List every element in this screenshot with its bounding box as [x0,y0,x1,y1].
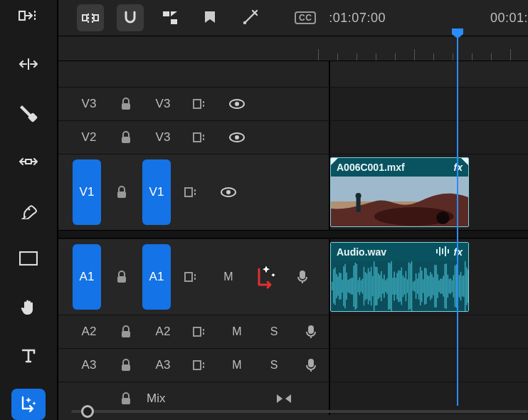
sync-lock-toggle[interactable] [184,132,216,142]
mix-track-label: Mix [147,392,189,406]
track-target-a2[interactable]: A2 [147,325,179,339]
svg-rect-128 [437,274,438,298]
snap-toggle[interactable] [117,4,144,31]
svg-rect-112 [414,280,416,291]
track-target-v2[interactable]: V3 [147,130,179,145]
sync-lock-toggle[interactable] [184,99,216,109]
solo-toggle[interactable]: S [258,359,290,372]
lock-toggle[interactable] [110,131,142,144]
voiceover-record[interactable] [286,270,319,284]
sync-lock-toggle[interactable] [175,272,208,282]
svg-rect-72 [357,264,358,309]
video-clip[interactable]: A006C001.mxf fx [330,157,469,227]
svg-rect-130 [440,278,441,293]
svg-rect-20 [122,103,130,110]
svg-rect-148 [466,267,468,305]
lock-toggle[interactable] [105,186,138,199]
clip-name: Audio.wav [337,246,386,258]
svg-rect-62 [342,280,343,293]
svg-rect-103 [401,268,403,305]
pen-tool[interactable] [11,194,46,226]
svg-rect-47 [194,278,196,280]
sync-lock-toggle[interactable] [184,327,216,337]
track-output-toggle[interactable] [221,132,253,142]
insert-overwrite-toggle[interactable] [77,4,104,31]
lock-toggle[interactable] [110,325,142,338]
linked-selection-toggle[interactable] [157,4,184,31]
source-patch-a1[interactable]: A1 [73,244,101,309]
svg-rect-82 [371,267,372,306]
source-patch-v3[interactable]: V3 [73,97,105,111]
svg-rect-29 [203,138,204,140]
playhead[interactable] [457,36,458,406]
remix-tool[interactable] [11,389,46,420]
svg-rect-107 [407,279,408,293]
source-patch-v2[interactable]: V2 [73,130,105,145]
track-output-toggle[interactable] [221,99,253,109]
svg-rect-102 [400,271,401,302]
voiceover-record[interactable] [295,325,327,339]
captions-button[interactable]: CC [295,11,316,24]
solo-toggle[interactable]: S [258,325,290,338]
audio-clip[interactable]: Audio.wav fx [330,242,469,312]
mute-toggle[interactable]: M [212,271,245,283]
rectangle-tool[interactable] [11,243,46,274]
svg-rect-90 [382,279,384,294]
svg-rect-122 [428,276,430,296]
scrollbar-thumb[interactable] [81,405,94,418]
sync-lock-toggle[interactable] [175,187,208,197]
svg-rect-59 [337,276,339,295]
settings-button[interactable] [236,4,263,31]
lock-toggle[interactable] [110,392,142,405]
horizontal-scrollbar[interactable] [71,406,528,417]
lock-toggle[interactable] [110,359,142,372]
sync-lock-toggle[interactable] [184,360,216,370]
track-v1-lane[interactable]: A006C001.mxf fx [330,154,528,230]
svg-rect-84 [374,261,375,311]
track-a1-lane[interactable]: Audio.wav fx [330,239,528,315]
type-tool[interactable] [11,340,46,372]
svg-rect-6 [26,159,31,164]
svg-rect-76 [362,279,364,294]
mix-output-icon[interactable] [268,393,300,404]
svg-rect-21 [194,100,201,108]
rolling-edit-tool[interactable] [11,48,46,80]
timeline-panel: CC :01:07:00 00:01: V3 V3 [58,0,528,420]
slip-tool[interactable] [11,146,46,177]
svg-rect-44 [117,276,126,283]
svg-rect-155 [122,364,130,371]
svg-rect-156 [194,361,201,369]
svg-rect-143 [459,275,460,298]
svg-rect-120 [426,268,427,304]
source-patch-a2[interactable]: A2 [73,325,105,339]
svg-rect-106 [406,271,407,302]
voiceover-record[interactable] [295,358,327,372]
lock-toggle[interactable] [110,98,142,110]
track-target-a3[interactable]: A3 [147,358,179,372]
track-output-toggle[interactable] [212,187,245,197]
lock-toggle[interactable] [105,271,138,283]
svg-point-37 [226,190,231,194]
source-patch-v1[interactable]: V1 [73,159,101,224]
svg-rect-132 [443,275,444,296]
track-target-v1[interactable]: V1 [142,159,171,224]
marker-button[interactable] [196,4,223,31]
svg-rect-74 [359,278,361,295]
source-patch-a3[interactable]: A3 [73,358,105,372]
razor-tool[interactable] [11,97,46,128]
playhead-marker-icon[interactable] [450,27,465,40]
svg-rect-129 [438,280,440,293]
ripple-edit-tool[interactable] [11,0,46,31]
mute-toggle[interactable]: M [221,359,253,372]
hand-tool[interactable] [11,291,46,322]
svg-rect-3 [34,18,36,20]
svg-rect-117 [421,271,423,302]
waveform-icon [435,246,450,258]
track-target-a1[interactable]: A1 [142,244,171,309]
svg-rect-58 [336,274,337,298]
mute-toggle[interactable]: M [221,325,253,338]
svg-rect-66 [347,280,349,293]
svg-rect-125 [433,277,434,295]
svg-rect-17 [163,11,169,16]
track-target-v3[interactable]: V3 [147,97,179,111]
